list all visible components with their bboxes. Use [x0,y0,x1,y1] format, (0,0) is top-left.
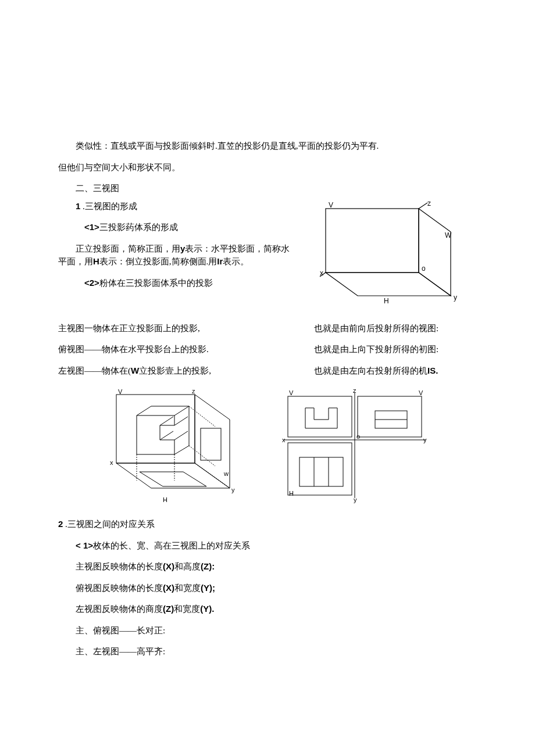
label-Z: z [427,200,431,207]
tag-1-1: <1> [84,222,99,232]
unf-label-Yr: y [423,436,427,443]
main-ref-2: 和高度 [174,562,201,571]
figure-cube-planes: V z W x o H y [314,200,477,322]
label-X: x [320,269,323,277]
row-middle-figures: V z w x H y [58,388,477,504]
proj-top-right: 也就是由上向下投射所得的初图: [314,343,477,356]
label-V: V [329,201,333,209]
para-similarity: 类似性：直线或平面与投影面倾斜时.直笠的投影仍是直线,平面的投影仍为平有. [58,139,477,153]
proj-left-right: 也就是由左向右投射所得的机IS. [314,364,477,378]
unf-label-X: x [282,436,286,443]
label-W: W [445,231,452,239]
para-rule-length: 主、俯视图——长对正: [58,624,477,637]
top-ref-X: (X) [163,583,174,593]
svg-line-15 [160,431,173,440]
heading-1-2: <2>粉体在三投影面体系中的投影 [58,277,297,290]
left-ref-2: 和宽度 [174,604,200,614]
row-proj-top: 俯视图——物体在水平投影台上的投影. 也就是由上向下投射所得的初图: [58,343,477,356]
svg-rect-23 [201,428,221,460]
heading-1-text: .三视图的形成 [80,202,137,211]
iso-label-V: V [118,388,123,395]
svg-iso-projection: V z w x H y [105,388,244,504]
main-ref-Z: (Z): [201,561,215,571]
svg-line-3 [419,203,427,209]
svg-marker-22 [140,472,206,486]
planes-Ir: Ir [217,256,223,266]
unf-label-O: o [356,433,360,440]
tag-1-2: <2> [84,278,99,288]
heading-section-2: 二、三视图 [58,182,477,195]
para-main-reflects: 主视图反映物体的长度(X)和高度(Z): [58,560,477,574]
para-three-planes: 正立投影面，简称正面，用y表示：水平投影面，简称水平面，用H表示：倒立投影面,简… [58,242,297,268]
proj-left-left: 左视图——物体在(W立投影壹上的投影, [58,364,314,378]
proj-left-l-1: 左视图——物体在( [58,366,131,375]
row-proj-main: 主视图一物体在正立投影面上的投影, 也就是由前向后投射所得的视图: [58,322,477,335]
planes-seg-4: 表示。 [223,257,249,266]
row-section1-and-cube: 1 .三视图的形成 <1>三投影药体系的形成 正立投影面，简称正面，用y表示：水… [58,200,477,322]
top-ref-Y: (Y); [201,583,215,593]
svg-line-16 [174,417,188,425]
left-ref-Y: (Y). [200,604,214,614]
svg-line-9 [137,406,151,415]
iso-label-W: w [223,470,229,477]
svg-marker-1 [419,209,451,296]
heading-1-1: <1>三投影药体系的形成 [58,221,297,234]
unf-label-H: H [289,490,294,497]
proj-left-r-1: 也就是由左向右投射所得的机 [314,366,427,375]
unf-label-V1: V [289,389,294,396]
main-ref-X: (X) [163,561,174,571]
unf-label-V2: V [419,389,423,396]
heading-2-text: .三视图之间的对应关系 [63,519,155,529]
svg-marker-2 [326,273,451,296]
col-text-formation: 1 .三视图的形成 <1>三投影药体系的形成 正立投影面，简称正面，用y表示：水… [58,200,297,298]
svg-rect-28 [288,443,352,495]
iso-label-H: H [163,496,167,503]
proj-left-l-2: 立投影壹上的投影, [139,366,211,375]
svg-line-21 [189,406,215,427]
proj-main-left: 主视图一物体在正立投影面上的投影, [58,322,314,335]
svg-three-plane-cube: V z W x o H y [314,200,465,322]
iso-label-Y: y [231,486,235,493]
heading-1-2-text: 粉体在三投影面体系中的投影 [99,278,213,288]
svg-line-10 [174,406,189,415]
svg-rect-27 [358,396,422,437]
svg-line-17 [174,431,188,440]
row-proj-left: 左视图——物体在(W立投影壹上的投影, 也就是由左向右投射所得的机IS. [58,364,477,378]
para-rule-height: 主、左视图——高平齐: [58,645,477,658]
proj-top-left: 俯视图——物体在水平投影台上的投影. [58,343,314,356]
svg-marker-8 [137,415,174,454]
svg-rect-26 [288,396,352,437]
svg-rect-31 [299,457,343,486]
left-ref-Z: (Z) [163,604,174,614]
planes-H: H [93,256,99,266]
top-ref-1: 俯视图反映物体的长度 [76,583,163,593]
heading-1-1-text: 三投影药体系的形成 [99,223,178,232]
heading-2-1-text: 枚体的长、宽、高在三视图上的对应关系 [93,541,250,550]
unf-label-Yb: y [354,496,357,503]
label-H: H [384,297,389,305]
top-ref-2: 和宽度 [174,583,201,593]
heading-1-formation: 1 .三视图的形成 [58,200,297,213]
proj-left-W: W [131,366,139,375]
svg-rect-5 [116,395,195,463]
proj-main-right: 也就是由前向后投射所得的视图: [314,322,477,335]
heading-2-correspondence: 2 .三视图之间的对应关系 [58,518,477,531]
para-differ: 但他们与空间大小和形状不同。 [58,161,477,174]
svg-rect-0 [326,209,419,273]
planes-seg-1: 正立投影面，简称正面，用 [76,244,180,253]
iso-label-Z: z [192,388,195,395]
label-Y: y [454,293,457,302]
svg-line-13 [174,446,189,454]
iso-label-X: x [110,459,113,466]
heading-2-1: < 1>枚体的长、宽、高在三视图上的对应关系 [58,539,477,553]
planes-seg-3: 表示：倒立投影面,简称侧面.用 [99,257,217,266]
proj-left-IS: IS. [427,366,438,375]
main-ref-1: 主视图反映物体的长度 [76,562,163,571]
para-top-reflects: 俯视图反映物体的长度(X)和宽度(Y); [58,582,477,595]
left-ref-1: 左视图反映物体的商度 [76,604,163,614]
svg-marker-7 [116,463,230,488]
label-O: o [422,264,426,273]
tag-2-1: < 1> [76,540,93,550]
svg-line-14 [160,417,173,425]
unf-label-Z: z [353,388,356,394]
